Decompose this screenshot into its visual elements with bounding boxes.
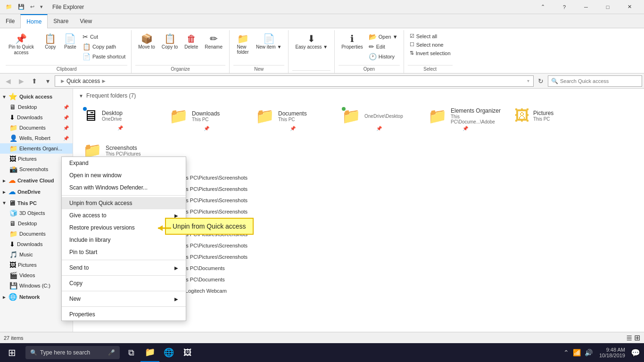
elements-folder-icon: 📁 bbox=[428, 107, 447, 125]
select-all-btn[interactable]: ☑ Select all bbox=[408, 32, 453, 40]
list-view-btn[interactable]: ≣ bbox=[626, 333, 632, 342]
ctx-send-to[interactable]: Send to ▶ bbox=[62, 262, 186, 274]
recent-locations-btn[interactable]: ▾ bbox=[41, 75, 54, 87]
sidebar-elements-label: Elements Organi... bbox=[19, 146, 62, 151]
sidebar-item-desktop[interactable]: 🖥 Desktop 📌 bbox=[0, 102, 73, 112]
folder-card-desktop[interactable]: 🖥 Desktop OneDrive 📌 bbox=[79, 104, 161, 134]
microphone-icon[interactable]: 🎤 bbox=[108, 349, 115, 356]
notification-icon[interactable]: 💬 bbox=[631, 348, 640, 357]
volume-tray-icon[interactable]: 🔊 bbox=[584, 348, 594, 357]
history-label: History bbox=[379, 54, 395, 59]
tab-home[interactable]: Home bbox=[20, 14, 48, 28]
minimize-btn[interactable]: ─ bbox=[575, 0, 597, 14]
properties-btn[interactable]: ℹ Properties bbox=[339, 32, 366, 51]
search-input[interactable] bbox=[560, 78, 639, 84]
paste-shortcut-btn[interactable]: 📄 Paste shortcut bbox=[81, 52, 127, 61]
chevron-up-btn[interactable]: ⌃ bbox=[532, 0, 553, 14]
open-btn[interactable]: 📂 Open ▼ bbox=[367, 32, 400, 41]
rename-btn[interactable]: ✏ Rename bbox=[202, 32, 225, 51]
grid-view-btn[interactable]: ⊞ bbox=[634, 333, 640, 342]
elements-folder-name: Elements Organizer bbox=[451, 107, 502, 114]
onedrive-folder-pin: 📌 bbox=[376, 126, 382, 131]
ctx-unpin[interactable]: Unpin from Quick access bbox=[62, 197, 186, 209]
address-path[interactable]: ► Quick access ► ▾ bbox=[55, 75, 534, 87]
new-item-btn[interactable]: 📄 New item ▼ bbox=[253, 32, 284, 51]
folder-card-downloads[interactable]: 📁 Downloads This PC 📌 bbox=[165, 104, 248, 134]
sidebar-windows-c-label: Windows (C:) bbox=[19, 283, 50, 288]
ctx-sep-2 bbox=[62, 260, 186, 260]
easy-access-btn[interactable]: ⬇ Easy access ▼ bbox=[292, 32, 330, 51]
quick-undo-btn[interactable]: ↩ bbox=[28, 3, 36, 11]
select-btns: ☑ Select all ☐ Select none ⇅ Invert sele… bbox=[408, 32, 453, 57]
ctx-open-new-window[interactable]: Open in new window bbox=[62, 169, 186, 181]
folder-card-documents[interactable]: 📁 Documents This PC 📌 bbox=[251, 104, 334, 134]
copy-path-btn[interactable]: 📋 Copy path bbox=[81, 42, 127, 51]
creative-cloud-icon: ☁ bbox=[8, 176, 16, 185]
history-btn[interactable]: 🕐 History bbox=[367, 52, 400, 61]
quick-dropdown-btn[interactable]: ▾ bbox=[38, 3, 45, 11]
taskbar-right: ⌃ 📶 🔊 9:48 AM 10/18/2019 💬 bbox=[559, 343, 644, 362]
copy-btn[interactable]: 📋 Copy bbox=[41, 32, 60, 51]
help-btn[interactable]: ? bbox=[553, 0, 575, 14]
address-bar: ◀ ▶ ⬆ ▾ ► Quick access ► ▾ ↻ 🔍 bbox=[0, 74, 644, 89]
up-btn[interactable]: ⬆ bbox=[28, 75, 41, 87]
start-button[interactable]: ⊞ bbox=[0, 343, 24, 362]
taskbar-photos[interactable]: 🖼 bbox=[178, 343, 197, 362]
onedrive-folder-sub: OneDrive\Desktop bbox=[364, 114, 416, 119]
network-expand-icon: ► bbox=[2, 295, 7, 300]
select-label: Select bbox=[408, 65, 453, 73]
folder-card-elements[interactable]: 📁 Elements Organizer This PC\Docume...\A… bbox=[424, 104, 506, 134]
new-folder-btn[interactable]: 📁 Newfolder bbox=[233, 32, 252, 57]
frequent-folders-header[interactable]: ▼ Frequent folders (7) bbox=[79, 92, 638, 99]
path-quick-access[interactable]: Quick access bbox=[66, 78, 100, 84]
paste-btn[interactable]: 📄 Paste bbox=[61, 32, 80, 51]
folder-card-pictures[interactable]: 🖼 Pictures This PC bbox=[510, 104, 593, 134]
ctx-properties[interactable]: Properties bbox=[62, 308, 186, 321]
edit-btn[interactable]: ✏ Edit bbox=[367, 42, 400, 51]
quick-save-btn[interactable]: 💾 bbox=[16, 3, 26, 11]
search-box[interactable]: 🔍 bbox=[548, 75, 642, 87]
tab-view[interactable]: View bbox=[74, 14, 98, 28]
cut-btn[interactable]: ✂ Cut bbox=[81, 32, 127, 41]
forward-btn[interactable]: ▶ bbox=[15, 75, 27, 87]
invert-selection-btn[interactable]: ⇅ Invert selection bbox=[408, 49, 453, 57]
select-none-btn[interactable]: ☐ Select none bbox=[408, 41, 453, 49]
system-clock[interactable]: 9:48 AM 10/18/2019 bbox=[596, 347, 628, 358]
sidebar-item-downloads[interactable]: ⬇ Downloads 📌 bbox=[0, 112, 73, 123]
move-to-btn[interactable]: 📦 Move to bbox=[135, 32, 158, 51]
taskbar-chrome[interactable]: 🌐 bbox=[159, 343, 178, 362]
chevron-up-tray-icon[interactable]: ⌃ bbox=[562, 348, 570, 357]
sidebar-item-documents[interactable]: 📁 Documents 📌 bbox=[0, 123, 73, 133]
quick-access-header[interactable]: ▼ ⭐ Quick access bbox=[0, 90, 73, 102]
maximize-btn[interactable]: □ bbox=[597, 0, 619, 14]
tab-file[interactable]: File bbox=[0, 14, 20, 28]
documents-folder-sub: This PC bbox=[278, 117, 330, 122]
ctx-expand[interactable]: Expand bbox=[62, 157, 186, 169]
back-btn[interactable]: ◀ bbox=[2, 75, 14, 87]
refresh-btn[interactable]: ↻ bbox=[535, 75, 547, 87]
path-dropdown[interactable]: ▾ bbox=[527, 78, 529, 83]
folder-card-onedrive-desktop[interactable]: 📁 OneDrive\Desktop 📌 bbox=[338, 104, 420, 134]
tab-share[interactable]: Share bbox=[48, 14, 74, 28]
ctx-pin-start-label: Pin to Start bbox=[69, 249, 97, 255]
sidebar-item-elements-organizer[interactable]: 📁 Elements Organi... bbox=[0, 143, 73, 154]
ctx-new[interactable]: New ▶ bbox=[62, 293, 186, 305]
taskbar-file-explorer[interactable]: 📁 bbox=[140, 343, 159, 362]
pin-to-quick-access-btn[interactable]: 📌 Pin to Quickaccess bbox=[6, 32, 37, 58]
sidebar-pictures-pc-label: Pictures bbox=[18, 262, 37, 268]
ctx-copy[interactable]: Copy bbox=[62, 277, 186, 289]
ctx-include-library[interactable]: Include in library bbox=[62, 234, 186, 246]
delete-btn[interactable]: 🗑 Delete bbox=[182, 32, 201, 51]
sidebar-item-wells-robert[interactable]: 👤 Wells, Robert 📌 bbox=[0, 133, 73, 143]
ctx-pin-start[interactable]: Pin to Start bbox=[62, 246, 186, 258]
easy-access-label: Easy access ▼ bbox=[295, 44, 328, 49]
close-btn[interactable]: ✕ bbox=[619, 0, 640, 14]
copy-to-btn[interactable]: 📋 Copy to bbox=[159, 32, 181, 51]
ctx-scan-defender[interactable]: Scan with Windows Defender... bbox=[62, 181, 186, 194]
ctx-send-to-arrow: ▶ bbox=[174, 265, 178, 271]
documents-folder-info: Documents This PC bbox=[278, 110, 330, 122]
taskbar-search[interactable]: 🔍 Type here to search 🎤 bbox=[25, 346, 120, 359]
taskbar-task-view[interactable]: ⧉ bbox=[122, 343, 140, 362]
network-tray-icon[interactable]: 📶 bbox=[572, 348, 582, 357]
move-to-icon: 📦 bbox=[141, 34, 153, 43]
